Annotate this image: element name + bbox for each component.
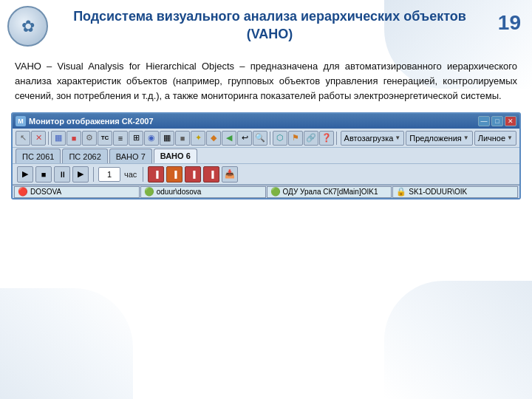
tb-star-btn[interactable]: ✦ <box>191 131 205 146</box>
tb-black-btn[interactable]: ■ <box>175 131 190 146</box>
chart-btn-4[interactable]: ▐ <box>203 166 219 183</box>
interval-input[interactable] <box>98 167 120 182</box>
tb-circle-btn[interactable]: ◉ <box>144 131 159 146</box>
ctrl-sep-2 <box>143 167 143 182</box>
app-window: M Монитор отображения СК-2007 — □ ✕ ↖ ✕ … <box>11 112 521 200</box>
header: Подсистема визуального анализа иерархиче… <box>52 7 488 44</box>
tb-sep-2 <box>270 132 270 145</box>
status-item-3: 🟢 ОДУ Урала СК7[dMain]OIK1 <box>267 186 392 198</box>
tb-search-btn[interactable]: 🔍 <box>253 131 267 146</box>
pause-icon: ⏸ <box>58 170 66 179</box>
tab-ps2062[interactable]: ПС 2062 <box>62 149 107 163</box>
window-controls: — □ ✕ <box>478 116 516 126</box>
tab-vaho7[interactable]: ВАНО 7 <box>109 149 152 163</box>
tb-sep-1 <box>48 132 49 145</box>
title-bar-content: M Монитор отображения СК-2007 <box>16 116 154 126</box>
tab-ps2061[interactable]: ПС 2061 <box>16 149 61 163</box>
status-icon-1: 🔴 <box>18 187 28 197</box>
tb-back-btn[interactable]: ↩ <box>237 131 252 146</box>
status-text-2: oduur\dosova <box>157 188 202 196</box>
autoload-dropdown[interactable]: Автозагрузка ▼ <box>341 131 405 146</box>
logo: ✿ <box>7 6 48 47</box>
dropdown2-arrow: ▼ <box>463 134 469 141</box>
status-text-1: DOSOVA <box>30 188 61 196</box>
status-icon-4: 🔒 <box>396 187 406 197</box>
page-title: Подсистема визуального анализа иерархиче… <box>52 7 488 44</box>
chart-icon-2: ▐ <box>172 171 177 178</box>
autoload-label: Автозагрузка <box>344 134 394 143</box>
status-icon-2: 🟢 <box>144 187 154 197</box>
chart-btn-2[interactable]: ▐ <box>166 166 183 183</box>
window-title: Монитор отображения СК-2007 <box>29 117 154 126</box>
playback-controls: ▶ ■ ⏸ ▶ час ▐ ▐ ▐ ▐ <box>13 164 519 185</box>
close-button[interactable]: ✕ <box>505 116 516 126</box>
tb-flag-btn[interactable]: ⚑ <box>288 131 303 146</box>
stop-icon: ■ <box>41 170 47 179</box>
pause-button[interactable]: ⏸ <box>54 166 70 183</box>
suggestions-dropdown[interactable]: Предложения ▼ <box>406 131 472 146</box>
status-text-3: ОДУ Урала СК7[dMain]OIK1 <box>283 188 378 196</box>
play-icon: ▶ <box>22 169 28 179</box>
tb-orange-btn[interactable]: ◆ <box>206 131 221 146</box>
tb-gear-btn[interactable]: ⚙ <box>82 131 97 146</box>
status-item-2: 🟢 oduur\dosova <box>140 186 266 198</box>
main-toolbar: ↖ ✕ ▦ ■ ⚙ TC ≡ ⊞ ◉ ▦ ■ ✦ ◆ ◀ ↩ 🔍 ⬡ ⚑ 🔗 ❓ <box>13 129 519 148</box>
dropdown3-arrow: ▼ <box>507 134 513 141</box>
play-button[interactable]: ▶ <box>17 166 33 183</box>
tb-link-btn[interactable]: 🔗 <box>304 131 318 146</box>
tb-list-btn[interactable]: ≡ <box>113 131 128 146</box>
interval-unit: час <box>123 170 138 179</box>
forward-button[interactable]: ▶ <box>72 166 89 183</box>
chart-icon-3: ▐ <box>191 171 195 178</box>
bg-decoration-bottom-left <box>0 288 133 399</box>
page-number: 19 <box>498 11 521 35</box>
chart-icon-4: ▐ <box>209 171 214 178</box>
status-item-1: 🔴 DOSOVA <box>14 186 140 198</box>
maximize-button[interactable]: □ <box>491 116 503 126</box>
ctrl-sep-1 <box>93 167 94 182</box>
stop-button[interactable]: ■ <box>35 166 52 183</box>
tb-table-btn[interactable]: ▦ <box>160 131 174 146</box>
title-bar: M Монитор отображения СК-2007 — □ ✕ <box>13 114 519 129</box>
forward-icon: ▶ <box>78 169 83 179</box>
chart-btn-1[interactable]: ▐ <box>148 166 164 183</box>
bg-decoration-bottom-right <box>384 281 532 399</box>
export-icon: 📥 <box>225 169 235 179</box>
tb-sep-3 <box>336 132 337 145</box>
personal-dropdown[interactable]: Личное ▼ <box>474 131 516 146</box>
status-text-4: SK1-ODUUR\OIK <box>409 188 467 196</box>
dropdown1-arrow: ▼ <box>395 134 400 141</box>
app-icon: M <box>16 116 26 126</box>
tb-panel-btn[interactable]: ▦ <box>51 131 66 146</box>
minimize-button[interactable]: — <box>478 116 490 126</box>
tb-x-btn[interactable]: ✕ <box>31 131 46 146</box>
tab-vaho6[interactable]: ВАНО 6 <box>154 149 197 163</box>
status-item-4: 🔒 SK1-ODUUR\OIK <box>392 186 518 198</box>
content-area: VAHO – Visual Analysis for Hierarchical … <box>11 59 521 200</box>
chart-btn-3[interactable]: ▐ <box>185 166 201 183</box>
suggestions-label: Предложения <box>409 134 462 143</box>
logo-icon: ✿ <box>21 17 35 36</box>
toolbar-right-panel: Автозагрузка ▼ Предложения ▼ Личное ▼ <box>341 131 516 146</box>
description-text: VAHO – Visual Analysis for Hierarchical … <box>11 59 521 103</box>
status-icon-3: 🟢 <box>270 187 281 197</box>
tb-grid-btn[interactable]: ⊞ <box>129 131 143 146</box>
personal-label: Личное <box>478 134 505 143</box>
tb-help-btn[interactable]: ❓ <box>319 131 334 146</box>
tb-connect-btn[interactable]: ⬡ <box>273 131 287 146</box>
status-bar: 🔴 DOSOVA 🟢 oduur\dosova 🟢 ОДУ Урала СК7[… <box>13 185 519 198</box>
tb-tc-btn[interactable]: TC <box>98 131 112 146</box>
export-btn[interactable]: 📥 <box>222 166 238 183</box>
tb-pointer-btn[interactable]: ↖ <box>16 131 30 146</box>
tb-play-small-btn[interactable]: ◀ <box>222 131 236 146</box>
chart-icon-1: ▐ <box>154 171 158 178</box>
tabs-row: ПС 2061 ПС 2062 ВАНО 7 ВАНО 6 <box>13 148 519 164</box>
tb-red-btn[interactable]: ■ <box>66 131 81 146</box>
